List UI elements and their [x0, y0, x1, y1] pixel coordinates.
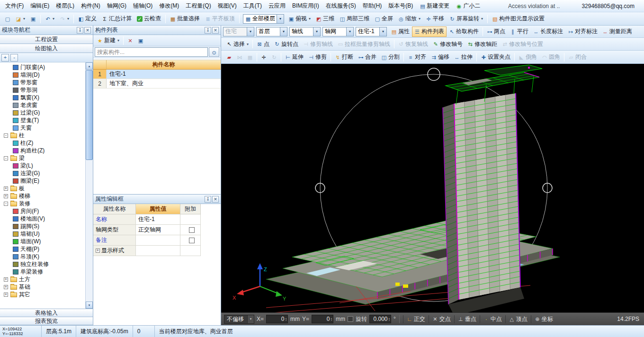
- tree-item[interactable]: 连梁(G): [0, 169, 85, 177]
- copy-component-button[interactable]: ▣: [135, 35, 146, 46]
- search-input[interactable]: [95, 47, 208, 57]
- property-name[interactable]: 名称: [93, 214, 136, 225]
- edit-tool-button[interactable]: ⊶ 合并: [356, 52, 379, 62]
- tree-item[interactable]: 楼梯: [0, 192, 85, 200]
- axis-tool-button[interactable]: ⊣ 修剪轴线: [301, 39, 335, 49]
- ribbon-combo[interactable]: 住宅-1 ▾: [356, 27, 387, 36]
- snap-toggle[interactable]: ⊕ 坐标: [531, 315, 556, 323]
- edit-tool-button[interactable]: ◫ 分割: [379, 52, 402, 62]
- tree-item[interactable]: 板: [0, 185, 85, 192]
- model-3d-view[interactable]: ZXY: [221, 64, 644, 312]
- tree-expander-icon[interactable]: [4, 202, 8, 206]
- axis-tool-button[interactable]: ↺ 恢复轴线: [396, 39, 430, 49]
- search-button[interactable]: ⊙: [209, 47, 219, 57]
- edit-tool-button[interactable]: ◠ 圆角: [539, 52, 563, 62]
- edit-tool-button[interactable]: ↯ 打断: [332, 52, 356, 62]
- edit-tool-button[interactable]: ✛: [259, 52, 269, 62]
- component-row[interactable]: 2 地下室、商业: [93, 79, 221, 89]
- toolbar-button[interactable]: ↖ 拾取构件: [447, 27, 481, 37]
- property-value[interactable]: 正交轴网: [136, 225, 180, 235]
- tree-item[interactable]: 吊顶(K): [0, 253, 85, 260]
- axis-tool-button[interactable]: ▭ 拉框批量修剪轴线: [335, 39, 393, 49]
- toolbar-button[interactable]: ✓ 云检查: [134, 14, 163, 24]
- axis-tool-button[interactable]: ↻ 旋转点: [272, 39, 301, 49]
- toolbar-button[interactable]: ▣: [28, 14, 38, 24]
- menu-item[interactable]: 版本号(B): [385, 1, 416, 11]
- toolbar-button[interactable]: ▣ 俯视 ▾: [286, 14, 313, 24]
- toolbar-button[interactable]: ▢ 全屏: [372, 14, 395, 24]
- viewport[interactable]: ZXY 不偏移 ▾ X= 0 ▴▾ mm Y= 0 ▴▾ mm 旋转 0.000…: [221, 64, 644, 325]
- toolbar-button[interactable]: ◫ 局部三维: [337, 14, 372, 24]
- toolbar-button[interactable]: ↦ 对齐标注: [565, 27, 600, 37]
- toolbar-button[interactable]: ≣ 平齐板顶: [203, 14, 237, 24]
- menu-item[interactable]: ▤ 新建变更: [416, 1, 453, 11]
- tree-item[interactable]: 装修: [0, 200, 85, 207]
- rotate-input[interactable]: 0.000 ▴▾: [369, 315, 391, 323]
- ribbon-combo[interactable]: 轴网 ▾: [322, 27, 354, 36]
- tree-item[interactable]: 其它: [0, 291, 85, 298]
- menu-item[interactable]: 在线服务(S): [322, 1, 359, 11]
- property-value[interactable]: [136, 246, 180, 256]
- spinner-icon[interactable]: ▴▾: [331, 317, 332, 321]
- tree-expander-icon[interactable]: [4, 277, 8, 282]
- component-row[interactable]: 1 住宅-1: [93, 70, 221, 79]
- edit-tool-button[interactable]: ≡ 对齐: [405, 52, 429, 62]
- section-report-preview[interactable]: 报表预览: [0, 317, 93, 325]
- scroll-thumb[interactable]: [86, 70, 93, 160]
- snap-toggle[interactable]: △ 顶点: [505, 315, 531, 323]
- edit-tool-button[interactable]: ⇉ 偏移: [429, 52, 452, 62]
- tree-item[interactable]: 单梁装修: [0, 268, 85, 275]
- menu-item[interactable]: BIM应用(I): [289, 1, 322, 11]
- toolbar-button[interactable]: ◧ 定义: [76, 14, 99, 24]
- checkbox[interactable]: [189, 238, 195, 243]
- rotate-checkbox[interactable]: [348, 316, 353, 322]
- menu-item[interactable]: 工具(T): [240, 1, 265, 11]
- toolbar-button[interactable]: ↷ ▾: [57, 14, 72, 24]
- ribbon-combo[interactable]: 住宅 ▾: [223, 27, 254, 36]
- tree-item[interactable]: 天窗: [0, 124, 85, 132]
- tree-item[interactable]: 梁: [0, 154, 85, 162]
- checkbox[interactable]: [189, 227, 195, 233]
- tree-expander-icon[interactable]: [4, 133, 8, 138]
- toolbar-button[interactable]: ▦ 批量选择: [168, 14, 202, 24]
- tree-item[interactable]: 门联窗(A): [0, 63, 85, 71]
- tree-item[interactable]: 圈梁(E): [0, 177, 85, 185]
- property-name[interactable]: 备注: [93, 235, 136, 246]
- menu-item[interactable]: 云应用: [265, 1, 289, 11]
- close-icon[interactable]: ✕: [212, 196, 219, 203]
- tree-item[interactable]: 踢脚(S): [0, 222, 85, 230]
- menu-item[interactable]: 文件(F): [2, 1, 27, 11]
- edit-tool-button[interactable]: ⊣ 修剪: [306, 52, 329, 62]
- toolbar-button[interactable]: Σ 汇总计算: [99, 14, 134, 24]
- edit-tool-button[interactable]: ▱ 闭合: [566, 52, 589, 62]
- property-value[interactable]: [136, 235, 180, 246]
- toolbar-button[interactable]: ◩ 三维: [313, 14, 337, 24]
- axis-tool-button[interactable]: ⇄ 修改轴号位置: [500, 39, 546, 49]
- edit-tool-button[interactable]: ↔ 拉伸: [452, 52, 475, 62]
- tree-item[interactable]: 构造柱(Z): [0, 147, 85, 154]
- toolbar-button[interactable]: ↔ 测量距离: [600, 27, 635, 37]
- section-drawing-input[interactable]: 绘图输入: [0, 44, 93, 53]
- toolbar-button[interactable]: ✛ 平移: [423, 14, 447, 24]
- tree-expander-icon[interactable]: [4, 194, 8, 198]
- pin-icon[interactable]: ↧: [205, 196, 211, 203]
- tree-scrollbar[interactable]: ▲ ▼: [85, 62, 93, 309]
- offset-mode-combo[interactable]: 不偏移 ▾: [224, 315, 254, 324]
- edit-tool-button[interactable]: ◣ 倒角: [516, 52, 539, 62]
- toolbar-button[interactable]: ▤ 属性: [389, 27, 412, 37]
- toolbar-button[interactable]: ↔ 长度标注: [531, 27, 565, 37]
- collapse-all-button[interactable]: -: [10, 54, 18, 62]
- tree-item[interactable]: 飘窗(X): [0, 94, 85, 101]
- tree-item[interactable]: 梁(L): [0, 162, 85, 169]
- tree-item[interactable]: 天棚(P): [0, 245, 85, 253]
- menu-item[interactable]: 辅轴(O): [130, 1, 156, 11]
- edit-tool-button[interactable]: ✚ 设置夹点: [478, 52, 513, 62]
- delete-component-button[interactable]: ✕: [125, 35, 135, 46]
- pin-icon[interactable]: ↧: [205, 27, 211, 34]
- tree-item[interactable]: 柱: [0, 132, 85, 139]
- property-value[interactable]: 住宅-1: [136, 214, 180, 225]
- tree-item[interactable]: 带形洞: [0, 86, 85, 94]
- toolbar-button[interactable]: ∥ 平行: [508, 27, 531, 37]
- axis-tool-button[interactable]: ⊠ 点: [254, 39, 272, 49]
- ribbon-combo[interactable]: 轴线 ▾: [289, 27, 321, 36]
